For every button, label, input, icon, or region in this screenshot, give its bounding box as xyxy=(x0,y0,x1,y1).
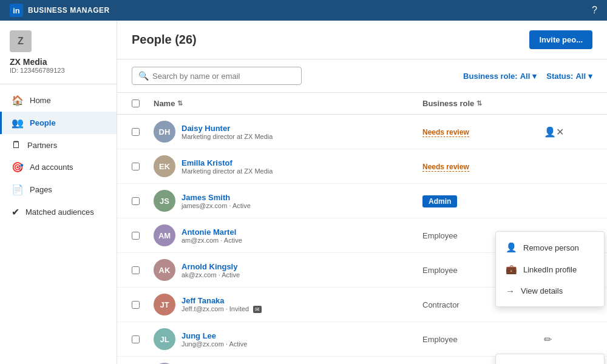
invited-badge: ✉ xyxy=(253,306,262,313)
view-details-item[interactable]: → View details xyxy=(496,280,604,302)
sidebar-item-home[interactable]: 🏠 Home xyxy=(0,89,117,112)
help-icon[interactable]: ? xyxy=(592,5,597,16)
action-0[interactable]: 👤✕ xyxy=(544,126,592,138)
actions-column-header xyxy=(544,99,592,108)
sidebar-item-label: People xyxy=(30,118,56,127)
person-name-2[interactable]: James Smith xyxy=(181,193,251,202)
person-name-3[interactable]: Antonie Martel xyxy=(181,228,242,237)
sidebar-item-partners[interactable]: 🗒 Partners xyxy=(0,134,117,156)
person-name-6[interactable]: Jung Lee xyxy=(181,331,247,340)
row-checkbox-2[interactable] xyxy=(132,197,154,205)
admin-badge: Admin xyxy=(422,195,457,207)
person-sub-6: Jung@zx.com · Active xyxy=(181,340,247,348)
sidebar-nav: 🏠 Home 👥 People 🗒 Partners 🎯 Ad accounts… xyxy=(0,89,117,223)
row-checkbox-3[interactable] xyxy=(132,232,154,240)
row-checkbox-0[interactable] xyxy=(132,128,154,136)
filter-status-value: All xyxy=(575,72,586,81)
row-checkbox-5[interactable] xyxy=(132,301,154,309)
role-column-header[interactable]: Business role ⇅ xyxy=(422,99,544,108)
remove-person-icon: 👤 xyxy=(506,242,517,253)
page-header: People (26) Invite peo... xyxy=(117,21,607,59)
person-info-6: JL Jung Lee Jung@zx.com · Active xyxy=(154,328,422,350)
filters: Business role: All ▾ Status: All ▾ xyxy=(463,72,592,81)
select-all-input[interactable] xyxy=(132,99,140,107)
edit-icon-6[interactable]: ✏ xyxy=(544,334,552,345)
name-header-label: Name xyxy=(154,99,175,108)
filter-status-label: Status: xyxy=(546,72,573,81)
sidebar-item-ad-accounts[interactable]: 🎯 Ad accounts xyxy=(0,156,117,178)
withdraw-invitation-item[interactable]: 🗑 Withdraw invitation xyxy=(496,359,604,364)
topnav: in BUSINESS MANAGER ? xyxy=(0,0,607,21)
person-info-3: AM Antonie Martel am@zx.com · Active xyxy=(154,224,422,246)
context-menu-bottom: 🗑 Withdraw invitation ↩ Resend invitatio… xyxy=(495,354,605,364)
person-sub-2: james@zx.com · Active xyxy=(181,202,251,209)
person-sub-4: ak@zx.com · Active xyxy=(181,271,240,278)
row-checkbox-1[interactable] xyxy=(132,163,154,170)
filter-status[interactable]: Status: All ▾ xyxy=(546,72,592,81)
employee-badge-3: Employee xyxy=(422,231,458,240)
linkedin-logo: in xyxy=(10,4,23,17)
person-info-2: JS James Smith james@zx.com · Active xyxy=(154,190,422,212)
person-name-5[interactable]: Jeff Tanaka xyxy=(181,296,262,305)
topnav-title: BUSINESS MANAGER xyxy=(28,6,110,15)
linkedin-profile-item[interactable]: 💼 LinkedIn profile xyxy=(496,258,604,280)
role-6: Employee xyxy=(422,334,544,344)
search-input[interactable] xyxy=(152,72,295,81)
role-0: Needs review xyxy=(422,127,544,136)
linkedin-icon: 💼 xyxy=(506,264,517,275)
person-name-1[interactable]: Emilla Kristof xyxy=(181,158,273,167)
row-checkbox-6[interactable] xyxy=(132,335,154,343)
filter-role[interactable]: Business role: All ▾ xyxy=(463,72,537,81)
role-header-label: Business role xyxy=(422,99,474,108)
partners-icon: 🗒 xyxy=(12,140,21,150)
table-row: EK Emilla Kristof Marketing director at … xyxy=(117,149,607,184)
role-1: Needs review xyxy=(422,161,544,171)
filter-role-value: All xyxy=(520,72,531,81)
remove-person-label: Remove person xyxy=(523,243,579,252)
sidebar-item-pages[interactable]: 📄 Pages xyxy=(0,178,117,201)
sidebar-item-label: Ad accounts xyxy=(30,163,73,172)
sort-role-icon: ⇅ xyxy=(476,99,482,107)
avatar: Z xyxy=(10,30,32,52)
select-all-checkbox[interactable] xyxy=(132,99,154,108)
table-row: DH Daisy Hunter Marketing director at ZX… xyxy=(117,115,607,149)
table-row: JL Jung Lee Jung@zx.com · Active Employe… xyxy=(117,322,607,357)
table-row: JS James Smith james@zx.com · Active Adm… xyxy=(117,184,607,218)
filter-role-label: Business role: xyxy=(463,72,518,81)
search-icon: 🔍 xyxy=(138,71,149,81)
action-6[interactable]: ✏ xyxy=(544,334,592,345)
sidebar: Z ZX Media ID: 123456789123 🏠 Home 👥 Peo… xyxy=(0,21,117,364)
sidebar-item-matched-audiences[interactable]: ✔ Matched audiences xyxy=(0,201,117,223)
chevron-down-icon-2: ▾ xyxy=(588,72,592,81)
search-box[interactable]: 🔍 xyxy=(132,67,302,85)
person-info-4: AK Arnold Kingsly ak@zx.com · Active xyxy=(154,259,422,281)
avatar: DH xyxy=(154,121,175,143)
remove-person-item[interactable]: 👤 Remove person xyxy=(496,237,604,258)
sidebar-account: Z ZX Media ID: 123456789123 xyxy=(0,30,117,84)
row-checkbox-4[interactable] xyxy=(132,266,154,274)
sidebar-item-label: Partners xyxy=(27,141,57,150)
topnav-left: in BUSINESS MANAGER xyxy=(10,4,110,17)
people-table: Name ⇅ Business role ⇅ DH Daisy Hunter M… xyxy=(117,93,607,364)
person-name-4[interactable]: Arnold Kingsly xyxy=(181,262,240,271)
avatar: JS xyxy=(154,190,175,212)
linkedin-profile-label: LinkedIn profile xyxy=(523,265,577,274)
avatar: AM xyxy=(154,224,175,246)
avatar: JT xyxy=(154,294,175,315)
people-icon: 👥 xyxy=(12,117,24,129)
sidebar-item-people[interactable]: 👥 People xyxy=(0,112,117,134)
company-id: ID: 123456789123 xyxy=(10,67,107,74)
toolbar: 🔍 Business role: All ▾ Status: All ▾ xyxy=(117,59,607,93)
layout: Z ZX Media ID: 123456789123 🏠 Home 👥 Peo… xyxy=(0,21,607,364)
person-sub-3: am@zx.com · Active xyxy=(181,237,242,244)
name-column-header[interactable]: Name ⇅ xyxy=(154,99,422,108)
needs-review-badge-1[interactable]: Needs review xyxy=(422,163,469,172)
person-name-0[interactable]: Daisy Hunter xyxy=(181,124,273,133)
sidebar-item-label: Pages xyxy=(30,185,52,194)
person-action-icon[interactable]: 👤✕ xyxy=(544,126,564,138)
employee-badge-4: Employee xyxy=(422,266,458,275)
needs-review-badge[interactable]: Needs review xyxy=(422,128,469,137)
invite-people-button[interactable]: Invite peo... xyxy=(529,30,592,49)
avatar: EK xyxy=(154,155,175,177)
matched-audiences-icon: ✔ xyxy=(12,206,19,218)
